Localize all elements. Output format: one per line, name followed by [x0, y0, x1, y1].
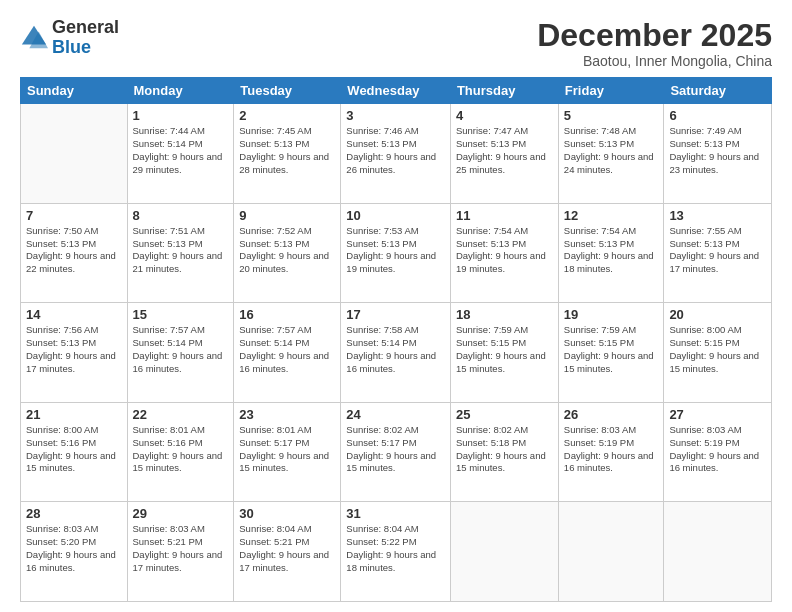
day-number: 11	[456, 208, 553, 223]
day-info: Sunrise: 8:04 AM Sunset: 5:22 PM Dayligh…	[346, 523, 445, 574]
day-info: Sunrise: 7:48 AM Sunset: 5:13 PM Dayligh…	[564, 125, 659, 176]
day-info: Sunrise: 7:59 AM Sunset: 5:15 PM Dayligh…	[456, 324, 553, 375]
day-info: Sunrise: 7:57 AM Sunset: 5:14 PM Dayligh…	[133, 324, 229, 375]
col-thursday: Thursday	[450, 78, 558, 104]
day-info: Sunrise: 8:03 AM Sunset: 5:21 PM Dayligh…	[133, 523, 229, 574]
day-number: 24	[346, 407, 445, 422]
calendar-week-row: 1Sunrise: 7:44 AM Sunset: 5:14 PM Daylig…	[21, 104, 772, 204]
day-number: 22	[133, 407, 229, 422]
table-row: 14Sunrise: 7:56 AM Sunset: 5:13 PM Dayli…	[21, 303, 128, 403]
table-row: 25Sunrise: 8:02 AM Sunset: 5:18 PM Dayli…	[450, 402, 558, 502]
logo-icon	[20, 24, 48, 52]
logo-blue-text: Blue	[52, 37, 91, 57]
table-row: 7Sunrise: 7:50 AM Sunset: 5:13 PM Daylig…	[21, 203, 128, 303]
location-subtitle: Baotou, Inner Mongolia, China	[537, 53, 772, 69]
table-row: 9Sunrise: 7:52 AM Sunset: 5:13 PM Daylig…	[234, 203, 341, 303]
day-info: Sunrise: 7:47 AM Sunset: 5:13 PM Dayligh…	[456, 125, 553, 176]
day-number: 4	[456, 108, 553, 123]
day-info: Sunrise: 7:55 AM Sunset: 5:13 PM Dayligh…	[669, 225, 766, 276]
table-row: 2Sunrise: 7:45 AM Sunset: 5:13 PM Daylig…	[234, 104, 341, 204]
table-row: 18Sunrise: 7:59 AM Sunset: 5:15 PM Dayli…	[450, 303, 558, 403]
day-number: 18	[456, 307, 553, 322]
table-row: 30Sunrise: 8:04 AM Sunset: 5:21 PM Dayli…	[234, 502, 341, 602]
table-row: 3Sunrise: 7:46 AM Sunset: 5:13 PM Daylig…	[341, 104, 451, 204]
table-row: 22Sunrise: 8:01 AM Sunset: 5:16 PM Dayli…	[127, 402, 234, 502]
day-number: 21	[26, 407, 122, 422]
day-info: Sunrise: 7:49 AM Sunset: 5:13 PM Dayligh…	[669, 125, 766, 176]
table-row: 20Sunrise: 8:00 AM Sunset: 5:15 PM Dayli…	[664, 303, 772, 403]
calendar-week-row: 7Sunrise: 7:50 AM Sunset: 5:13 PM Daylig…	[21, 203, 772, 303]
day-number: 13	[669, 208, 766, 223]
table-row	[450, 502, 558, 602]
calendar-header-row: Sunday Monday Tuesday Wednesday Thursday…	[21, 78, 772, 104]
table-row: 15Sunrise: 7:57 AM Sunset: 5:14 PM Dayli…	[127, 303, 234, 403]
day-info: Sunrise: 7:44 AM Sunset: 5:14 PM Dayligh…	[133, 125, 229, 176]
day-number: 5	[564, 108, 659, 123]
day-number: 14	[26, 307, 122, 322]
table-row: 4Sunrise: 7:47 AM Sunset: 5:13 PM Daylig…	[450, 104, 558, 204]
col-saturday: Saturday	[664, 78, 772, 104]
day-info: Sunrise: 8:01 AM Sunset: 5:17 PM Dayligh…	[239, 424, 335, 475]
day-info: Sunrise: 8:00 AM Sunset: 5:16 PM Dayligh…	[26, 424, 122, 475]
day-number: 3	[346, 108, 445, 123]
table-row: 28Sunrise: 8:03 AM Sunset: 5:20 PM Dayli…	[21, 502, 128, 602]
header: General Blue December 2025 Baotou, Inner…	[20, 18, 772, 69]
day-number: 10	[346, 208, 445, 223]
day-info: Sunrise: 8:00 AM Sunset: 5:15 PM Dayligh…	[669, 324, 766, 375]
day-info: Sunrise: 7:54 AM Sunset: 5:13 PM Dayligh…	[456, 225, 553, 276]
day-number: 2	[239, 108, 335, 123]
col-wednesday: Wednesday	[341, 78, 451, 104]
day-number: 29	[133, 506, 229, 521]
day-info: Sunrise: 8:03 AM Sunset: 5:19 PM Dayligh…	[564, 424, 659, 475]
day-info: Sunrise: 7:53 AM Sunset: 5:13 PM Dayligh…	[346, 225, 445, 276]
day-info: Sunrise: 7:50 AM Sunset: 5:13 PM Dayligh…	[26, 225, 122, 276]
table-row: 10Sunrise: 7:53 AM Sunset: 5:13 PM Dayli…	[341, 203, 451, 303]
calendar-week-row: 14Sunrise: 7:56 AM Sunset: 5:13 PM Dayli…	[21, 303, 772, 403]
calendar-page: General Blue December 2025 Baotou, Inner…	[0, 0, 792, 612]
calendar-table: Sunday Monday Tuesday Wednesday Thursday…	[20, 77, 772, 602]
day-number: 7	[26, 208, 122, 223]
day-number: 31	[346, 506, 445, 521]
table-row: 24Sunrise: 8:02 AM Sunset: 5:17 PM Dayli…	[341, 402, 451, 502]
day-info: Sunrise: 7:59 AM Sunset: 5:15 PM Dayligh…	[564, 324, 659, 375]
logo-general-text: General	[52, 17, 119, 37]
day-number: 19	[564, 307, 659, 322]
table-row: 16Sunrise: 7:57 AM Sunset: 5:14 PM Dayli…	[234, 303, 341, 403]
day-info: Sunrise: 7:52 AM Sunset: 5:13 PM Dayligh…	[239, 225, 335, 276]
day-number: 25	[456, 407, 553, 422]
day-info: Sunrise: 8:03 AM Sunset: 5:19 PM Dayligh…	[669, 424, 766, 475]
day-number: 8	[133, 208, 229, 223]
table-row: 5Sunrise: 7:48 AM Sunset: 5:13 PM Daylig…	[558, 104, 664, 204]
col-sunday: Sunday	[21, 78, 128, 104]
day-info: Sunrise: 8:03 AM Sunset: 5:20 PM Dayligh…	[26, 523, 122, 574]
table-row: 23Sunrise: 8:01 AM Sunset: 5:17 PM Dayli…	[234, 402, 341, 502]
title-block: December 2025 Baotou, Inner Mongolia, Ch…	[537, 18, 772, 69]
day-number: 30	[239, 506, 335, 521]
day-info: Sunrise: 7:56 AM Sunset: 5:13 PM Dayligh…	[26, 324, 122, 375]
table-row	[21, 104, 128, 204]
day-number: 27	[669, 407, 766, 422]
day-number: 1	[133, 108, 229, 123]
day-info: Sunrise: 8:02 AM Sunset: 5:17 PM Dayligh…	[346, 424, 445, 475]
day-info: Sunrise: 8:02 AM Sunset: 5:18 PM Dayligh…	[456, 424, 553, 475]
month-title: December 2025	[537, 18, 772, 53]
table-row: 29Sunrise: 8:03 AM Sunset: 5:21 PM Dayli…	[127, 502, 234, 602]
table-row: 27Sunrise: 8:03 AM Sunset: 5:19 PM Dayli…	[664, 402, 772, 502]
table-row: 19Sunrise: 7:59 AM Sunset: 5:15 PM Dayli…	[558, 303, 664, 403]
table-row: 6Sunrise: 7:49 AM Sunset: 5:13 PM Daylig…	[664, 104, 772, 204]
day-number: 16	[239, 307, 335, 322]
day-number: 28	[26, 506, 122, 521]
table-row: 13Sunrise: 7:55 AM Sunset: 5:13 PM Dayli…	[664, 203, 772, 303]
day-info: Sunrise: 7:54 AM Sunset: 5:13 PM Dayligh…	[564, 225, 659, 276]
day-info: Sunrise: 8:04 AM Sunset: 5:21 PM Dayligh…	[239, 523, 335, 574]
day-number: 12	[564, 208, 659, 223]
day-number: 9	[239, 208, 335, 223]
day-number: 6	[669, 108, 766, 123]
table-row: 8Sunrise: 7:51 AM Sunset: 5:13 PM Daylig…	[127, 203, 234, 303]
col-friday: Friday	[558, 78, 664, 104]
day-number: 23	[239, 407, 335, 422]
day-number: 17	[346, 307, 445, 322]
table-row	[664, 502, 772, 602]
day-info: Sunrise: 7:45 AM Sunset: 5:13 PM Dayligh…	[239, 125, 335, 176]
table-row: 21Sunrise: 8:00 AM Sunset: 5:16 PM Dayli…	[21, 402, 128, 502]
